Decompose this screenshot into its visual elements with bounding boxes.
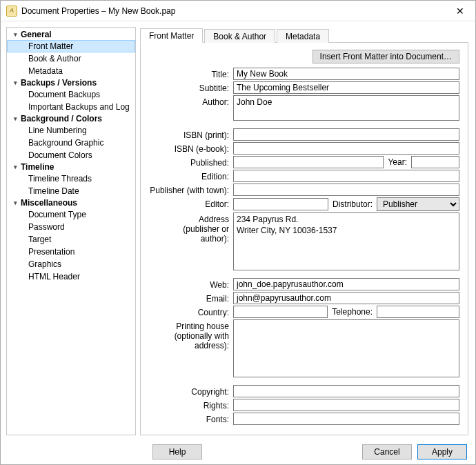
tab-book-author[interactable]: Book & Author: [204, 29, 275, 43]
telephone-label: Telephone:: [332, 307, 373, 317]
distributor-select[interactable]: Publisher: [377, 197, 459, 211]
editor-input[interactable]: [233, 198, 328, 210]
dialog-footer: Help Cancel Apply: [1, 439, 475, 464]
tree-group-general[interactable]: ▾General: [7, 29, 135, 40]
chevron-down-icon: ▾: [14, 164, 21, 170]
tree-group-background[interactable]: ▾Background / Colors: [7, 113, 135, 124]
email-label: Email:: [149, 292, 229, 304]
tree-item-metadata[interactable]: Metadata: [7, 65, 135, 77]
subtitle-label: Subtitle:: [149, 81, 229, 93]
year-label: Year:: [388, 157, 407, 167]
fonts-label: Fonts:: [149, 413, 229, 424]
year-input[interactable]: [411, 156, 459, 168]
publisher-town-input[interactable]: [233, 184, 459, 196]
isbn-print-input[interactable]: [233, 128, 459, 141]
author-input[interactable]: John Doe: [233, 95, 459, 121]
titlebar: A Document Properties – My New Book.pap …: [1, 1, 475, 21]
insert-front-matter-button[interactable]: Insert Front Matter into Document…: [313, 50, 459, 63]
tree-item-graphics[interactable]: Graphics: [7, 258, 135, 270]
country-label: Country:: [149, 306, 229, 317]
dialog-window: A Document Properties – My New Book.pap …: [0, 0, 476, 465]
editor-label: Editor:: [149, 197, 229, 209]
publisher-town-label: Publisher (with town):: [149, 184, 229, 195]
author-label: Author:: [149, 95, 229, 107]
address-input[interactable]: 234 Papyrus Rd. Writer City, NY 10036-15…: [233, 212, 459, 270]
tree-item-background-graphic[interactable]: Background Graphic: [7, 137, 135, 149]
country-input[interactable]: [233, 306, 328, 318]
subtitle-input[interactable]: [233, 81, 459, 94]
published-input[interactable]: [233, 156, 384, 168]
tree-item-document-colors[interactable]: Document Colors: [7, 149, 135, 161]
tab-metadata[interactable]: Metadata: [277, 29, 329, 43]
tree-item-password[interactable]: Password: [7, 221, 135, 233]
tree-group-timeline[interactable]: ▾Timeline: [7, 161, 135, 172]
title-input[interactable]: [233, 68, 459, 80]
distributor-label: Distributor:: [333, 199, 373, 209]
printing-house-label: Printing house (optionally with address)…: [149, 319, 229, 350]
tree-item-html-header[interactable]: HTML Header: [7, 270, 135, 283]
chevron-down-icon: ▾: [14, 115, 21, 122]
tree-item-target[interactable]: Target: [7, 233, 135, 246]
title-label: Title:: [149, 68, 229, 79]
fonts-input[interactable]: [233, 413, 459, 425]
tree-item-front-matter[interactable]: Front Matter: [7, 40, 135, 52]
tree-item-document-backups[interactable]: Document Backups: [7, 88, 135, 101]
app-icon: A: [6, 6, 17, 17]
isbn-ebook-input[interactable]: [233, 142, 459, 155]
chevron-down-icon: ▾: [14, 199, 21, 206]
category-tree[interactable]: ▾General Front Matter Book & Author Meta…: [6, 27, 136, 435]
help-button[interactable]: Help: [152, 444, 202, 459]
tab-front-matter[interactable]: Front Matter: [140, 28, 203, 43]
rights-label: Rights:: [149, 399, 229, 410]
published-label: Published:: [149, 156, 229, 168]
chevron-down-icon: ▾: [14, 31, 21, 38]
email-input[interactable]: [233, 292, 459, 304]
telephone-input[interactable]: [377, 306, 459, 318]
window-title: Document Properties – My New Book.pap: [21, 6, 445, 16]
edition-label: Edition:: [149, 170, 229, 181]
printing-house-input[interactable]: [233, 319, 459, 377]
copyright-label: Copyright:: [149, 385, 229, 397]
tree-item-important-backups[interactable]: Important Backups and Log: [7, 101, 135, 113]
address-label: Address (publisher or author):: [149, 212, 229, 244]
web-input[interactable]: [233, 278, 459, 290]
tree-item-document-type[interactable]: Document Type: [7, 208, 135, 221]
tab-content: Insert Front Matter into Document… Title…: [140, 42, 468, 435]
close-icon[interactable]: ✕: [445, 1, 475, 21]
tree-item-timeline-threads[interactable]: Timeline Threads: [7, 172, 135, 185]
isbn-print-label: ISBN (print):: [149, 128, 229, 140]
chevron-down-icon: ▾: [14, 79, 21, 86]
web-label: Web:: [149, 278, 229, 290]
tree-item-timeline-date[interactable]: Timeline Date: [7, 185, 135, 197]
tree-item-book-author[interactable]: Book & Author: [7, 52, 135, 65]
apply-button[interactable]: Apply: [417, 444, 467, 459]
tree-group-misc[interactable]: ▾Miscellaneous: [7, 197, 135, 208]
tree-item-presentation[interactable]: Presentation: [7, 246, 135, 258]
rights-input[interactable]: [233, 399, 459, 411]
main-panel: Front Matter Book & Author Metadata Inse…: [140, 27, 468, 435]
tab-bar: Front Matter Book & Author Metadata: [140, 27, 468, 42]
tree-item-line-numbering[interactable]: Line Numbering: [7, 124, 135, 137]
front-matter-form: Title: Subtitle: Author: John Doe ISBN (…: [149, 68, 459, 425]
copyright-input[interactable]: [233, 385, 459, 397]
tree-group-backups[interactable]: ▾Backups / Versions: [7, 77, 135, 88]
isbn-ebook-label: ISBN (e-book):: [149, 142, 229, 154]
cancel-button[interactable]: Cancel: [362, 444, 412, 459]
edition-input[interactable]: [233, 170, 459, 182]
